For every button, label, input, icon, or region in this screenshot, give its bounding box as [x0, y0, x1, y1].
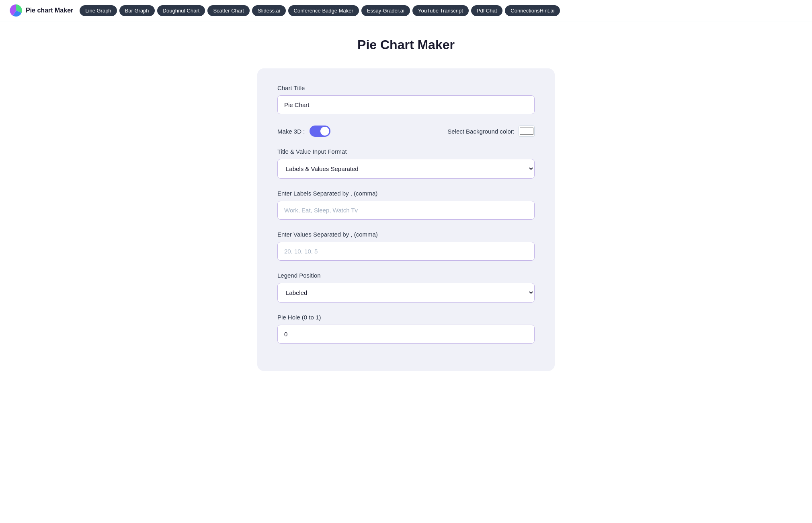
values-group: Enter Values Separated by , (comma): [277, 231, 535, 261]
values-label: Enter Values Separated by , (comma): [277, 231, 535, 238]
bg-color-area: Select Background color:: [447, 126, 535, 137]
input-format-label: Title & Value Input Format: [277, 148, 535, 155]
logo[interactable]: Pie chart Maker: [10, 4, 73, 17]
make3d-left: Make 3D :: [277, 126, 330, 137]
nav-tab-slidess-ai[interactable]: Slidess.ai: [252, 5, 286, 16]
pie-hole-input[interactable]: [277, 325, 535, 344]
labels-label: Enter Labels Separated by , (comma): [277, 190, 535, 197]
nav-tab-youtube-transcript[interactable]: YouTube Transcript: [412, 5, 469, 16]
chart-title-group: Chart Title: [277, 84, 535, 114]
make3d-row: Make 3D : Select Background color:: [277, 126, 535, 137]
input-format-select[interactable]: Labels & Values Separated Label Value Pa…: [277, 159, 535, 179]
labels-group: Enter Labels Separated by , (comma): [277, 190, 535, 220]
legend-position-label: Legend Position: [277, 272, 535, 279]
bg-color-label: Select Background color:: [447, 128, 515, 135]
pie-hole-group: Pie Hole (0 to 1): [277, 314, 535, 344]
nav-tab-pdf-chat[interactable]: Pdf Chat: [471, 5, 503, 16]
nav-tab-doughnut-chart[interactable]: Doughnut Chart: [157, 5, 205, 16]
page-title: Pie Chart Maker: [257, 37, 555, 52]
chart-title-input[interactable]: [277, 95, 535, 114]
pie-hole-label: Pie Hole (0 to 1): [277, 314, 535, 321]
logo-icon: [10, 4, 23, 17]
nav-tab-bar-graph[interactable]: Bar Graph: [119, 5, 155, 16]
nav-tab-conference-badge-maker[interactable]: Conference Badge Maker: [288, 5, 359, 16]
main-content: Pie Chart Maker Chart Title Make 3D : Se…: [249, 21, 563, 387]
nav-tab-line-graph[interactable]: Line Graph: [80, 5, 117, 16]
nav-tab-essay-grader-ai[interactable]: Essay-Grader.ai: [361, 5, 410, 16]
header: Pie chart Maker Line GraphBar GraphDough…: [0, 0, 812, 21]
logo-text: Pie chart Maker: [26, 7, 73, 14]
values-input[interactable]: [277, 242, 535, 261]
bg-color-picker[interactable]: [519, 126, 535, 137]
make3d-label: Make 3D :: [277, 128, 305, 135]
nav-tab-connections-hint-ai[interactable]: ConnectionsHint.ai: [505, 5, 560, 16]
legend-position-select[interactable]: Labeled Top Bottom Left Right None: [277, 283, 535, 303]
nav-tabs: Line GraphBar GraphDoughnut ChartScatter…: [80, 5, 560, 16]
make3d-toggle[interactable]: [310, 126, 330, 137]
chart-title-label: Chart Title: [277, 84, 535, 91]
input-format-group: Title & Value Input Format Labels & Valu…: [277, 148, 535, 179]
legend-position-group: Legend Position Labeled Top Bottom Left …: [277, 272, 535, 303]
form-card: Chart Title Make 3D : Select Background …: [257, 68, 555, 371]
toggle-slider: [310, 126, 330, 137]
labels-input[interactable]: [277, 201, 535, 220]
nav-tab-scatter-chart[interactable]: Scatter Chart: [207, 5, 250, 16]
